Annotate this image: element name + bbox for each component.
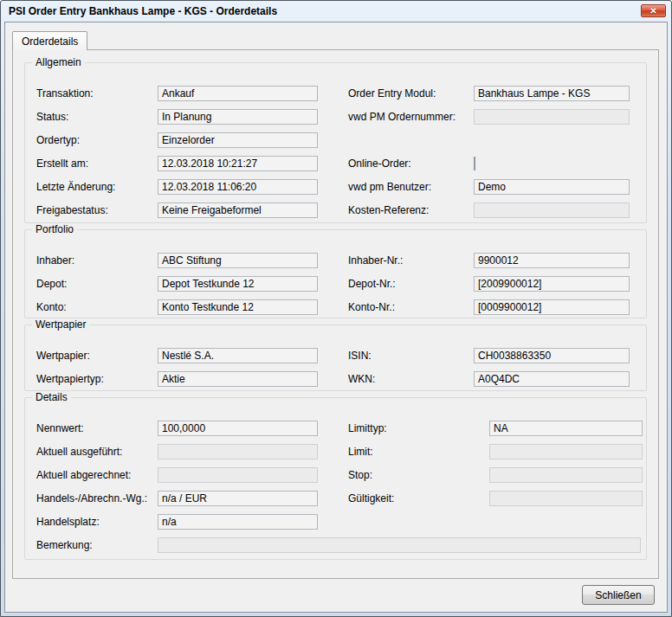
letzte-aenderung-label: Letzte Änderung:	[36, 181, 158, 193]
inhaber-nr-label: Inhaber-Nr.:	[348, 254, 474, 267]
status-label: Status:	[36, 111, 158, 123]
handels-wg-field[interactable]: n/a / EUR	[158, 491, 318, 506]
wertpapier-label: Wertpapier:	[36, 350, 158, 362]
stop-label: Stop:	[348, 469, 489, 481]
freigabestatus-label: Freigabestatus:	[36, 204, 158, 216]
wertpapiertyp-label: Wertpapiertyp:	[36, 373, 158, 385]
erstellt-am-field[interactable]: 12.03.2018 10:21:27	[158, 156, 318, 171]
group-allgemein: Allgemein Transaktion: Ankauf Order Entr…	[24, 62, 647, 223]
wkn-field[interactable]: A0Q4DC	[474, 371, 630, 387]
ordertyp-field[interactable]: Einzelorder	[158, 132, 318, 148]
limit-label: Limit:	[348, 446, 489, 458]
tab-panel: Allgemein Transaktion: Ankauf Order Entr…	[12, 49, 659, 579]
depot-nr-field[interactable]: [2009900012]	[474, 276, 630, 292]
konto-field[interactable]: Konto Testkunde 12	[158, 299, 318, 315]
close-button[interactable]: ✕	[641, 4, 666, 17]
window-title: PSI Order Entry Bankhaus Lampe - KGS - O…	[9, 5, 277, 17]
row-bemerkung: Bemerkung:	[25, 533, 646, 556]
row-inhaber: Inhaber: ABC Stiftung Inhaber-Nr.: 99000…	[25, 248, 646, 272]
tab-orderdetails[interactable]: Orderdetails	[12, 31, 87, 50]
group-allgemein-title: Allgemein	[32, 56, 85, 68]
row-transaktion: Transaktion: Ankauf Order Entry Modul: B…	[25, 81, 646, 105]
vwd-pm-ordernummer-field[interactable]	[474, 109, 630, 125]
order-entry-modul-field[interactable]: Bankhaus Lampe - KGS	[474, 86, 630, 101]
transaktion-label: Transaktion:	[36, 87, 158, 100]
aktuell-ausgefuehrt-label: Aktuell ausgeführt:	[36, 446, 158, 458]
erstellt-am-label: Erstellt am:	[36, 157, 158, 170]
limit-field[interactable]	[489, 444, 643, 460]
gueltigkeit-label: Gültigkeit:	[348, 492, 489, 505]
kosten-referenz-field[interactable]	[474, 202, 630, 218]
limittyp-label: Limittyp:	[348, 422, 489, 434]
freigabestatus-field[interactable]: Keine Freigabeformel	[158, 202, 318, 218]
wertpapier-field[interactable]: Nestlé S.A.	[158, 348, 318, 363]
row-freigabestatus: Freigabestatus: Keine Freigabeformel Kos…	[25, 198, 646, 222]
handelsplatz-label: Handelsplatz:	[36, 516, 158, 528]
bemerkung-field[interactable]	[158, 537, 641, 553]
group-portfolio-title: Portfolio	[32, 223, 77, 235]
online-order-label: Online-Order:	[348, 157, 474, 170]
row-konto: Konto: Konto Testkunde 12 Konto-Nr.: [00…	[25, 295, 646, 318]
vwd-pm-ordernummer-label: vwd PM Ordernummer:	[348, 111, 474, 123]
transaktion-field[interactable]: Ankauf	[158, 86, 318, 101]
aktuell-abgerechnet-label: Aktuell abgerechnet:	[36, 469, 158, 481]
group-wertpapier-title: Wertpapier	[32, 318, 89, 331]
order-entry-modul-label: Order Entry Modul:	[348, 87, 474, 100]
vwd-pm-benutzer-label: vwd pm Benutzer:	[348, 181, 474, 193]
handelsplatz-field[interactable]: n/a	[158, 514, 318, 530]
depot-field[interactable]: Depot Testkunde 12	[158, 276, 318, 292]
konto-label: Konto:	[36, 301, 158, 313]
vwd-pm-benutzer-field[interactable]: Demo	[474, 179, 630, 195]
stop-field[interactable]	[489, 467, 643, 483]
nennwert-field[interactable]: 100,0000	[158, 421, 318, 436]
row-erstellt-am: Erstellt am: 12.03.2018 10:21:27 Online-…	[25, 151, 646, 175]
status-field[interactable]: In Planung	[158, 109, 318, 125]
group-details: Details Nennwert: 100,0000 Limittyp: NA …	[24, 397, 647, 560]
kosten-referenz-label: Kosten-Referenz:	[348, 204, 474, 216]
konto-nr-label: Konto-Nr.:	[348, 301, 474, 313]
gueltigkeit-field[interactable]	[489, 491, 643, 506]
group-portfolio: Portfolio Inhaber: ABC Stiftung Inhaber-…	[24, 229, 647, 318]
nennwert-label: Nennwert:	[36, 422, 158, 434]
wertpapiertyp-field[interactable]: Aktie	[158, 371, 318, 387]
ordertyp-label: Ordertyp:	[36, 134, 158, 146]
row-letzte-aenderung: Letzte Änderung: 12.03.2018 11:06:20 vwd…	[25, 175, 646, 198]
row-aktuell-abgerechnet: Aktuell abgerechnet: Stop:	[25, 463, 646, 486]
group-wertpapier: Wertpapier Wertpapier: Nestlé S.A. ISIN:…	[24, 325, 647, 391]
row-handels-wg: Handels-/Abrechn.-Wg.: n/a / EUR Gültigk…	[25, 486, 646, 510]
row-wertpapiertyp: Wertpapiertyp: Aktie WKN: A0Q4DC	[25, 367, 646, 390]
limittyp-field[interactable]: NA	[489, 421, 643, 436]
row-nennwert: Nennwert: 100,0000 Limittyp: NA	[25, 416, 646, 440]
schliessen-button[interactable]: Schließen	[582, 585, 655, 605]
inhaber-label: Inhaber:	[36, 254, 158, 267]
close-icon: ✕	[649, 7, 656, 16]
isin-label: ISIN:	[348, 350, 474, 362]
row-wertpapier: Wertpapier: Nestlé S.A. ISIN: CH00388633…	[25, 344, 646, 367]
online-order-checkbox[interactable]	[474, 157, 475, 170]
depot-nr-label: Depot-Nr.:	[348, 278, 474, 290]
row-aktuell-ausgefuehrt: Aktuell ausgeführt: Limit:	[25, 440, 646, 463]
row-ordertyp: Ordertyp: Einzelorder	[25, 128, 646, 151]
row-handelsplatz: Handelsplatz: n/a	[25, 510, 646, 533]
row-status: Status: In Planung vwd PM Ordernummer:	[25, 105, 646, 128]
konto-nr-field[interactable]: [0009900012]	[474, 299, 630, 315]
row-depot: Depot: Depot Testkunde 12 Depot-Nr.: [20…	[25, 272, 646, 295]
dialog-window: PSI Order Entry Bankhaus Lampe - KGS - O…	[0, 0, 672, 617]
letzte-aenderung-field[interactable]: 12.03.2018 11:06:20	[158, 179, 318, 195]
depot-label: Depot:	[36, 278, 158, 290]
aktuell-abgerechnet-field[interactable]	[158, 467, 318, 483]
group-details-title: Details	[32, 391, 71, 403]
isin-field[interactable]: CH0038863350	[474, 348, 630, 363]
inhaber-nr-field[interactable]: 9900012	[474, 253, 630, 268]
bemerkung-label: Bemerkung:	[36, 539, 158, 551]
wkn-label: WKN:	[348, 373, 474, 385]
inhaber-field[interactable]: ABC Stiftung	[158, 253, 318, 268]
aktuell-ausgefuehrt-field[interactable]	[158, 444, 318, 460]
handels-wg-label: Handels-/Abrechn.-Wg.:	[36, 492, 158, 505]
titlebar[interactable]: PSI Order Entry Bankhaus Lampe - KGS - O…	[1, 1, 671, 22]
dialog-body: Orderdetails Allgemein Transaktion: Anka…	[4, 22, 668, 613]
